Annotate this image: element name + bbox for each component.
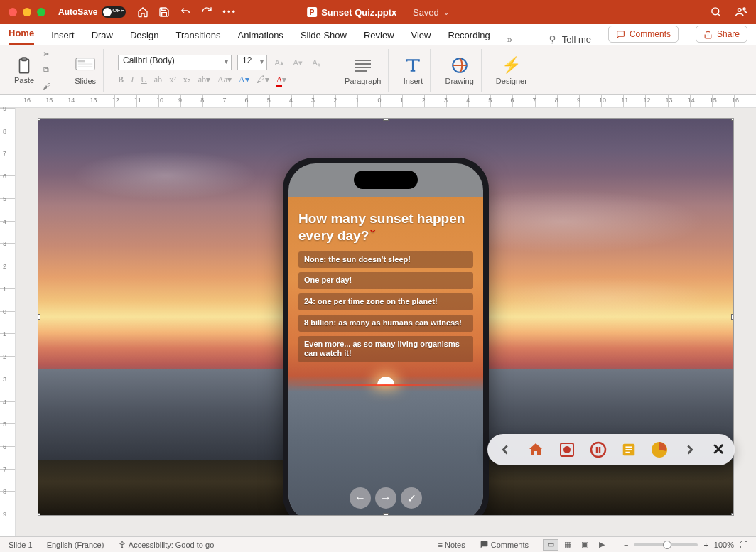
slides-group: Slides xyxy=(68,49,104,92)
comments-button[interactable]: Comments xyxy=(608,26,679,43)
more-icon[interactable]: ••• xyxy=(222,6,237,18)
insert-label: Insert xyxy=(404,77,423,85)
recording-toolbar[interactable]: ✕ xyxy=(487,434,735,465)
tab-transitions[interactable]: Transitions xyxy=(176,26,220,45)
superscript-icon[interactable]: x² xyxy=(169,75,176,85)
share-button[interactable]: Share xyxy=(696,26,747,43)
strike-icon[interactable]: ab xyxy=(154,75,162,85)
undo-icon[interactable] xyxy=(180,6,191,18)
back-icon[interactable] xyxy=(497,442,513,458)
shrink-font-icon[interactable]: A▾ xyxy=(291,56,304,69)
slide-canvas-wrap[interactable]: How many sunset happen every day?ˇ None:… xyxy=(16,108,756,536)
zoom-level[interactable]: 100% xyxy=(714,541,734,549)
copy-icon[interactable]: ⧉ xyxy=(40,64,53,77)
svg-rect-7 xyxy=(78,60,85,62)
cut-icon[interactable]: ✂ xyxy=(40,48,53,61)
font-effects-icon[interactable]: A▾ xyxy=(239,75,249,85)
text-highlight-icon[interactable]: 🖍▾ xyxy=(256,75,269,85)
font-color-icon[interactable]: A▾ xyxy=(276,75,287,85)
document-title[interactable]: P Sunset Quiz.pptx — Saved ⌄ xyxy=(307,7,449,18)
tab-design[interactable]: Design xyxy=(130,26,158,45)
paragraph-group: Paragraph xyxy=(338,49,389,92)
tab-draw[interactable]: Draw xyxy=(92,26,113,45)
coauthor-icon[interactable] xyxy=(735,6,747,18)
font-size-select[interactable]: 12 xyxy=(237,55,267,70)
forward-icon[interactable] xyxy=(682,442,698,458)
record-icon[interactable] xyxy=(558,441,576,458)
slide-indicator[interactable]: Slide 1 xyxy=(9,541,33,549)
new-slide-icon[interactable] xyxy=(75,55,95,75)
grow-font-icon[interactable]: A▴ xyxy=(273,56,286,69)
tab-view[interactable]: View xyxy=(411,26,431,45)
saved-state: — Saved xyxy=(401,7,438,18)
notes-button[interactable]: ≡ Notes xyxy=(438,541,465,549)
comments-pane-button[interactable]: Comments xyxy=(480,540,529,549)
autosave-toggle[interactable]: AutoSave xyxy=(58,6,126,18)
tab-animations[interactable]: Animations xyxy=(238,26,284,45)
autosave-pill[interactable] xyxy=(102,6,126,18)
font-name-select[interactable]: Calibri (Body) xyxy=(118,55,232,70)
tell-me-search[interactable]: Tell me xyxy=(547,34,591,45)
insert-text-icon[interactable] xyxy=(403,55,423,75)
highlight-icon[interactable]: ab▾ xyxy=(198,75,210,85)
paste-icon[interactable] xyxy=(14,56,34,76)
tab-insert[interactable]: Insert xyxy=(51,26,75,45)
paragraph-label: Paragraph xyxy=(345,77,381,85)
svg-point-0 xyxy=(712,8,719,15)
zoom-control[interactable]: − + 100% ⛶ xyxy=(624,541,747,549)
notes-panel-icon[interactable] xyxy=(621,442,637,458)
tab-review[interactable]: Review xyxy=(364,26,394,45)
title-bar: AutoSave ••• P Sunset Quiz.pptx — Saved … xyxy=(0,0,756,24)
paragraph-icon[interactable] xyxy=(353,55,373,75)
format-painter-icon[interactable]: 🖌 xyxy=(40,80,53,92)
home-icon[interactable] xyxy=(137,6,148,18)
tab-overflow-icon[interactable]: » xyxy=(507,34,512,45)
resize-handle[interactable] xyxy=(383,118,389,121)
svg-point-25 xyxy=(122,541,123,543)
tell-me-label: Tell me xyxy=(562,34,591,45)
slideshow-view-icon[interactable]: ▶ xyxy=(594,539,610,551)
resize-handle[interactable] xyxy=(731,118,734,121)
language-indicator[interactable]: English (France) xyxy=(47,541,104,549)
search-icon[interactable] xyxy=(710,6,722,18)
close-icon[interactable]: ✕ xyxy=(712,440,725,459)
normal-view-icon[interactable]: ▭ xyxy=(543,539,558,551)
case-icon[interactable]: Aa▾ xyxy=(217,75,232,85)
resize-handle[interactable] xyxy=(731,314,734,320)
zoom-in-icon[interactable]: + xyxy=(703,541,708,549)
pause-icon[interactable] xyxy=(590,441,607,458)
present-icon[interactable] xyxy=(651,441,668,458)
designer-icon[interactable]: ⚡ xyxy=(502,55,522,75)
resize-handle[interactable] xyxy=(38,118,40,121)
clear-format-icon[interactable]: Aᵪ xyxy=(310,56,323,69)
italic-icon[interactable]: I xyxy=(131,75,134,85)
maximize-window[interactable] xyxy=(37,8,45,16)
fit-window-icon[interactable]: ⛶ xyxy=(740,541,747,549)
zoom-out-icon[interactable]: − xyxy=(624,541,628,549)
resize-handle[interactable] xyxy=(38,513,40,516)
svg-point-3 xyxy=(550,36,554,40)
accessibility-status[interactable]: Accessibility: Good to go xyxy=(118,541,214,549)
bold-icon[interactable]: B xyxy=(118,75,124,85)
svg-point-2 xyxy=(743,8,745,10)
tab-slideshow[interactable]: Slide Show xyxy=(301,26,347,45)
subscript-icon[interactable]: x₂ xyxy=(183,75,191,85)
redo-icon[interactable] xyxy=(201,6,212,18)
close-window[interactable] xyxy=(9,8,17,16)
sorter-view-icon[interactable]: ▦ xyxy=(560,539,576,551)
resize-handle[interactable] xyxy=(383,513,389,516)
minimize-window[interactable] xyxy=(23,8,31,16)
drawing-icon[interactable] xyxy=(450,55,470,75)
save-icon[interactable] xyxy=(158,6,170,18)
underline-icon[interactable]: U xyxy=(141,75,147,85)
zoom-slider[interactable] xyxy=(634,543,698,546)
tab-home[interactable]: Home xyxy=(9,23,34,45)
slides-label: Slides xyxy=(75,77,96,85)
chevron-down-icon[interactable]: ⌄ xyxy=(443,9,449,16)
resize-handle[interactable] xyxy=(731,513,734,516)
home-icon[interactable] xyxy=(527,441,544,458)
reading-view-icon[interactable]: ▣ xyxy=(577,539,593,551)
resize-handle[interactable] xyxy=(38,314,40,320)
tab-recording[interactable]: Recording xyxy=(448,26,490,45)
drawing-label: Drawing xyxy=(445,77,473,85)
